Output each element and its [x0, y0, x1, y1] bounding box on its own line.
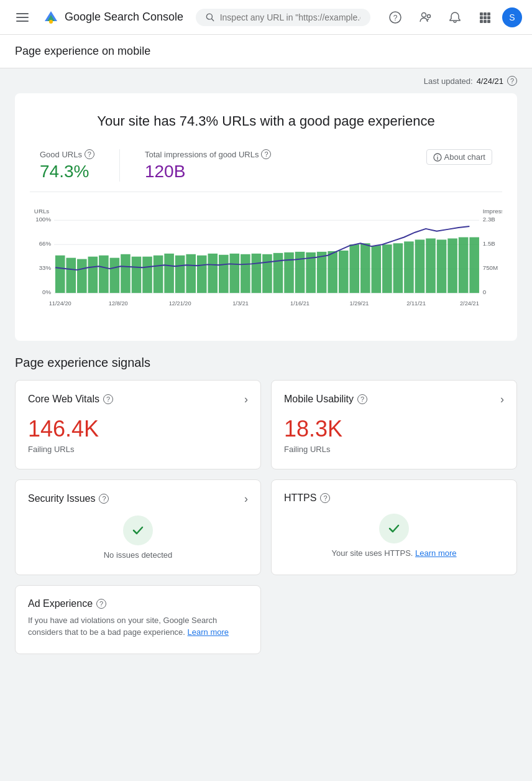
manage-users-button[interactable]: [413, 5, 438, 30]
svg-rect-50: [208, 254, 218, 293]
svg-rect-42: [121, 254, 131, 293]
hero-card: Your site has 74.3% URLs with a good pag…: [15, 93, 517, 341]
svg-text:Impressions: Impressions: [483, 208, 502, 215]
https-header: HTTPS ?: [284, 492, 504, 504]
svg-rect-65: [372, 246, 382, 293]
signals-section-title: Page experience signals: [15, 356, 517, 370]
help-button[interactable]: ?: [383, 5, 408, 30]
svg-rect-67: [393, 243, 403, 293]
svg-rect-18: [484, 20, 487, 23]
svg-rect-74: [469, 238, 479, 293]
svg-text:1.5B: 1.5B: [483, 240, 495, 247]
svg-rect-64: [360, 243, 370, 293]
security-issues-link-icon[interactable]: ›: [244, 492, 248, 506]
svg-text:33%: 33%: [39, 264, 52, 271]
stats-divider: [119, 149, 120, 182]
info-icon: i: [433, 153, 442, 162]
svg-text:12/8/20: 12/8/20: [109, 300, 128, 307]
svg-rect-55: [262, 254, 272, 293]
core-web-vitals-help-icon[interactable]: ?: [103, 394, 113, 404]
mobile-usability-metric-label: Failing URLs: [284, 445, 504, 454]
apps-button[interactable]: [472, 5, 497, 30]
last-updated-date: 4/24/21: [477, 76, 503, 86]
mobile-usability-link-icon[interactable]: ›: [500, 393, 504, 406]
core-web-vitals-title: Core Web Vitals ?: [28, 394, 113, 405]
stats-row: Good URLs ? 74.3% Total impressions of g…: [30, 149, 502, 192]
mobile-usability-help-icon[interactable]: ?: [357, 394, 367, 404]
svg-rect-73: [459, 238, 469, 293]
svg-text:?: ?: [393, 14, 398, 22]
svg-rect-2: [16, 21, 29, 22]
security-issues-check-circle: [123, 515, 153, 545]
svg-rect-36: [55, 256, 65, 293]
svg-rect-40: [99, 256, 109, 293]
impressions-label: Total impressions of good URLs ?: [145, 149, 272, 159]
svg-rect-15: [484, 16, 487, 19]
https-help-icon[interactable]: ?: [320, 493, 330, 503]
ad-experience-card: Ad Experience ? If you have ad violation…: [15, 585, 261, 654]
impressions-stat: Total impressions of good URLs ? 120B: [145, 149, 272, 182]
core-web-vitals-link-icon[interactable]: ›: [244, 393, 248, 406]
svg-text:0%: 0%: [42, 289, 51, 295]
about-chart-button[interactable]: i About chart: [426, 149, 493, 165]
svg-rect-53: [241, 254, 250, 293]
svg-rect-14: [480, 16, 483, 19]
ad-experience-help-icon[interactable]: ?: [96, 599, 106, 609]
header: Google Search Console ?: [0, 0, 532, 35]
menu-button[interactable]: [10, 5, 35, 30]
svg-rect-52: [230, 254, 240, 293]
avatar[interactable]: S: [502, 7, 522, 27]
svg-text:11/24/20: 11/24/20: [49, 300, 71, 307]
good-urls-label: Good URLs ?: [40, 149, 94, 159]
svg-rect-61: [328, 251, 337, 293]
hero-title: Your site has 74.3% URLs with a good pag…: [30, 113, 502, 129]
app-name: Google Search Console: [65, 11, 183, 24]
svg-rect-68: [404, 241, 414, 293]
ad-experience-row: Ad Experience ? If you have ad violation…: [15, 585, 517, 654]
https-title: HTTPS ?: [284, 492, 330, 504]
svg-point-10: [428, 14, 431, 17]
svg-rect-16: [487, 16, 490, 19]
svg-rect-13: [487, 12, 490, 16]
ad-experience-empty: [271, 585, 517, 654]
mobile-usability-title: Mobile Usability ?: [284, 394, 367, 405]
svg-rect-47: [175, 256, 185, 293]
svg-rect-37: [66, 258, 76, 293]
svg-rect-1: [16, 17, 29, 18]
svg-rect-39: [88, 257, 98, 293]
core-web-vitals-header: Core Web Vitals ? ›: [28, 393, 248, 406]
svg-text:2/24/21: 2/24/21: [460, 300, 479, 307]
header-icons: ?: [383, 5, 522, 30]
svg-rect-44: [142, 257, 152, 293]
signals-grid: Core Web Vitals ? › 146.4K Failing URLs …: [15, 380, 517, 575]
core-web-vitals-metric-label: Failing URLs: [28, 445, 248, 454]
notifications-button[interactable]: [443, 5, 467, 30]
svg-rect-38: [77, 259, 87, 293]
ad-experience-learn-more-link[interactable]: Learn more: [188, 627, 229, 637]
ad-experience-title: Ad Experience ?: [28, 598, 106, 609]
https-card: HTTPS ? Your site uses HTTPS. Learn more: [271, 479, 517, 575]
svg-text:1/16/21: 1/16/21: [290, 300, 310, 307]
search-bar[interactable]: [196, 9, 370, 26]
last-updated-help-icon[interactable]: ?: [507, 76, 517, 86]
svg-text:URLs: URLs: [34, 208, 49, 215]
svg-rect-62: [339, 251, 349, 293]
chart-container: URLs 100% 66% 33% 0% Impressions 2.3B 1.…: [30, 192, 502, 341]
svg-text:1/29/21: 1/29/21: [350, 300, 369, 307]
search-icon: [206, 12, 215, 22]
svg-text:i: i: [436, 155, 438, 161]
svg-rect-70: [426, 238, 436, 293]
svg-rect-48: [186, 254, 196, 293]
security-issues-help-icon[interactable]: ?: [99, 494, 109, 504]
ad-experience-description: If you have ad violations on your site, …: [28, 614, 248, 639]
svg-text:2.3B: 2.3B: [483, 216, 495, 223]
impressions-help-icon[interactable]: ?: [261, 149, 271, 159]
chart-svg: URLs 100% 66% 33% 0% Impressions 2.3B 1.…: [30, 202, 502, 323]
https-learn-more-link[interactable]: Learn more: [415, 548, 456, 558]
search-input[interactable]: [220, 12, 360, 22]
ad-experience-header: Ad Experience ?: [28, 598, 248, 609]
svg-rect-49: [197, 256, 207, 293]
good-urls-help-icon[interactable]: ?: [85, 149, 94, 159]
https-status: Your site uses HTTPS. Learn more: [284, 548, 504, 558]
app-logo: Google Search Console: [42, 9, 183, 26]
